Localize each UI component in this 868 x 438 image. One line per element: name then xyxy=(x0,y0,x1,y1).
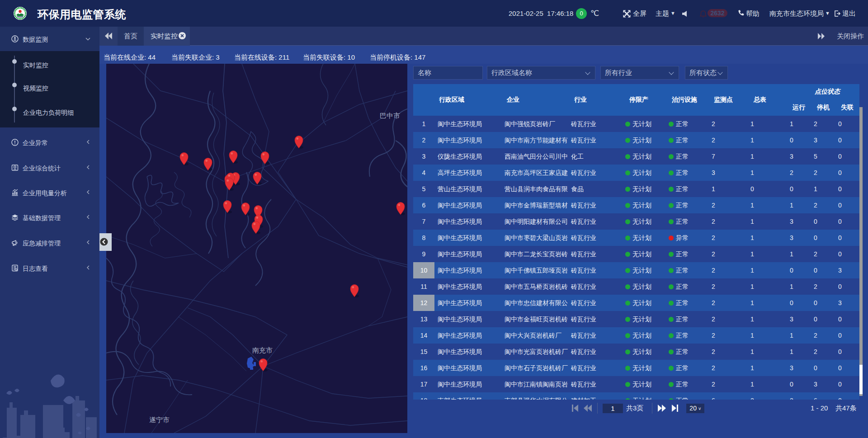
svg-text:遂宁市: 遂宁市 xyxy=(149,416,170,424)
svg-text:南充市: 南充市 xyxy=(252,346,273,354)
svg-text:巴中市: 巴中市 xyxy=(380,112,400,119)
